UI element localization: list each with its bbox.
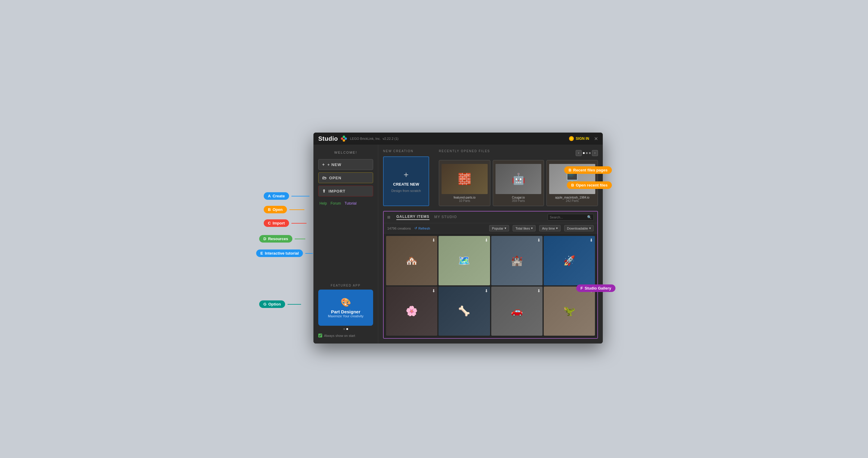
svg-point-3 <box>343 139 345 142</box>
page-dot-2 <box>586 152 588 154</box>
ann-c-label: Import <box>273 221 284 225</box>
download-icon-4: ⬇ <box>590 238 593 242</box>
annotation-g: G Option <box>259 300 301 308</box>
create-new-title: CREATE NEW <box>393 182 419 187</box>
recent-file-1[interactable]: 🧱 featured-parts.io 10 Parts <box>439 160 490 206</box>
ann-b3-label: Open recent files <box>576 183 608 188</box>
annotation-b: B Open <box>264 206 304 213</box>
recent-thumb-1: 🧱 <box>441 164 488 194</box>
total-likes-filter[interactable]: Total likes ▾ <box>513 225 535 231</box>
creation-count: 14796 creations <box>387 227 411 230</box>
gallery-tab-items[interactable]: GALLERY ITEMS <box>396 215 430 220</box>
import-button[interactable]: ⬆ IMPORT <box>318 186 373 196</box>
recent-files-section: RECENTLY OPENED FILES ‹ › <box>434 144 603 211</box>
dropdown-arrow-icon-4: ▾ <box>589 226 591 230</box>
ann-b-label: Open <box>273 207 282 212</box>
gallery-thumb-7: 🚗 <box>491 287 542 336</box>
dropdown-arrow-icon: ▾ <box>504 226 506 230</box>
right-panel: NEW CREATION + CREATE NEW Design from sc… <box>378 144 603 344</box>
gallery-item-6[interactable]: 🦴 ⬇ <box>438 287 490 336</box>
search-icon: 🔍 <box>587 215 592 219</box>
annotation-f: F Studio Gallery <box>576 285 615 292</box>
gallery-item-7[interactable]: 🚗 ⬇ <box>491 287 542 336</box>
recent-files-header: RECENTLY OPENED FILES ‹ › <box>439 150 598 156</box>
always-show-checkbox[interactable] <box>318 333 322 337</box>
recent-file-parts-3: 242 Parts <box>566 199 579 202</box>
ann-b2-label: Recent files pages <box>573 168 608 172</box>
gallery-thumb-3: 🏰 <box>491 236 542 285</box>
featured-dots <box>318 328 373 330</box>
gallery-thumb-6: 🦴 <box>438 287 490 336</box>
gallery-item-2[interactable]: 🗺️ ⬇ <box>438 236 490 285</box>
title-bar: Studio LEGO BrickLink, Inc. v2.22.2 (1) … <box>313 133 603 144</box>
ann-d-label: Resources <box>268 236 288 241</box>
sign-in-button[interactable]: SIGN IN <box>569 136 589 141</box>
recent-files-label: RECENTLY OPENED FILES <box>439 150 490 153</box>
ann-d-letter: D <box>264 236 266 241</box>
forum-link[interactable]: Forum <box>331 201 341 205</box>
gallery-thumb-5: 🌸 <box>386 287 437 336</box>
create-new-card[interactable]: + CREATE NEW Design from scratch <box>383 156 429 206</box>
gallery-header: ⊞ GALLERY ITEMS MY STUDIO 🔍 <box>384 211 597 223</box>
sidebar: WELCOME! + + NEW 🗁 OPEN ⬆ IMPORT Hel <box>313 144 378 344</box>
featured-app-icon: 🎨 <box>341 297 351 307</box>
ann-g-line <box>287 304 301 305</box>
gallery-tab-my-studio[interactable]: MY STUDIO <box>434 215 457 220</box>
prev-page-btn[interactable]: ‹ <box>576 150 582 156</box>
annotation-d: D Resources <box>259 235 305 242</box>
featured-app-name: Part Designer <box>331 309 361 314</box>
app-logo: Studio <box>318 135 347 142</box>
tutorial-link[interactable]: Tutorial <box>344 201 356 205</box>
ann-e-line <box>305 253 313 254</box>
downloadable-filter[interactable]: Downloadable ▾ <box>564 225 594 231</box>
recent-file-parts-2: 359 Parts <box>512 199 525 202</box>
ann-f-label: Studio Gallery <box>585 286 611 291</box>
ann-g-label: Option <box>268 302 281 306</box>
recent-file-2[interactable]: 🤖 Cougar.io 359 Parts <box>493 160 544 206</box>
dot-1 <box>343 328 345 330</box>
app-window: Studio LEGO BrickLink, Inc. v2.22.2 (1) … <box>313 133 603 344</box>
gallery-thumb-8: 🦖 <box>544 287 595 336</box>
new-creation-section: NEW CREATION + CREATE NEW Design from sc… <box>378 144 434 211</box>
download-icon-5: ⬇ <box>432 288 435 293</box>
ann-b2-letter: B <box>568 168 571 172</box>
popular-filter[interactable]: Popular ▾ <box>489 225 509 231</box>
ann-f-letter: F <box>581 286 583 291</box>
svg-point-1 <box>343 136 345 138</box>
ann-e-label: Interactive tutorial <box>265 251 299 256</box>
ann-b-letter: B <box>268 207 271 212</box>
sidebar-links: Help Forum Tutorial <box>318 201 373 205</box>
ann-g-letter: G <box>264 302 267 306</box>
refresh-button[interactable]: ↺ Refresh <box>414 226 430 230</box>
gallery-thumb-1: 🏘️ <box>386 236 437 285</box>
gallery-item-8[interactable]: 🦖 ⬇ <box>544 287 595 336</box>
download-icon-6: ⬇ <box>485 288 488 293</box>
gallery-icon: ⊞ <box>387 215 390 219</box>
featured-app-desc: Maximize Your creativity <box>328 314 364 318</box>
gallery-item-3[interactable]: 🏰 ⬇ <box>491 236 542 285</box>
new-button[interactable]: + + NEW <box>318 159 373 170</box>
create-plus-icon: + <box>404 170 408 179</box>
gallery-item-1[interactable]: 🏘️ ⬇ <box>386 236 437 285</box>
coin-icon <box>569 136 574 141</box>
gallery-item-4[interactable]: 🚀 ⬇ <box>544 236 595 285</box>
next-page-btn[interactable]: › <box>592 150 598 156</box>
featured-app-card[interactable]: 🎨 Part Designer Maximize Your creativity <box>318 290 373 326</box>
close-button[interactable]: ✕ <box>594 136 598 142</box>
help-link[interactable]: Help <box>319 201 327 205</box>
gallery-item-5[interactable]: 🌸 ⬇ <box>386 287 437 336</box>
always-show-option: Always show on start <box>318 333 373 337</box>
recent-file-name-2: Cougar.io <box>512 196 525 199</box>
any-time-filter[interactable]: Any time ▾ <box>539 225 561 231</box>
ann-c-line <box>291 223 307 224</box>
ann-e-letter: E <box>260 251 263 256</box>
ann-a-line <box>291 196 310 196</box>
annotation-c: C Import <box>264 219 307 227</box>
recent-file-name-3: apple_macintosh_1984.io <box>555 196 590 199</box>
recent-thumb-2: 🤖 <box>495 164 541 194</box>
open-button[interactable]: 🗁 OPEN <box>318 172 373 183</box>
ann-b-line <box>289 209 304 210</box>
gallery-search-input[interactable] <box>550 216 586 219</box>
annotation-b2: B Recent files pages <box>564 166 612 174</box>
import-icon: ⬆ <box>322 189 326 193</box>
